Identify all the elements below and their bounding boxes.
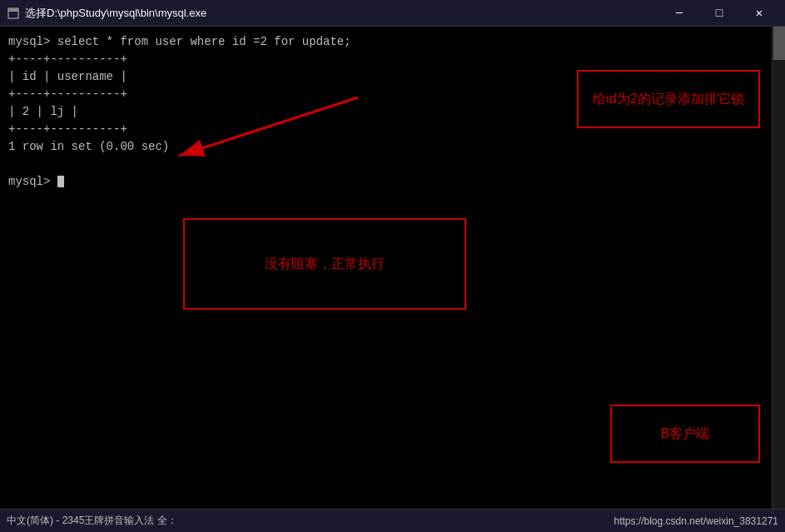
maximize-button[interactable]: □ <box>700 0 738 27</box>
mysql-prompt-1: mysql> <box>8 35 57 48</box>
annotation-bottom-text: B客户端 <box>661 424 710 444</box>
statusbar: 中文(简体) - 2345王牌拼音输入法 全： https://blog.csd… <box>0 509 785 532</box>
scrollbar-thumb[interactable] <box>773 27 785 60</box>
terminal-line-2: mysql> <box>8 173 777 191</box>
statusbar-right-text: https://blog.csdn.net/weixin_3831271 <box>614 515 778 527</box>
annotation-top-text: 给id为2的记录添加排它锁 <box>593 89 743 109</box>
window-title: 选择D:\phpStudy\mysql\bin\mysql.exe <box>25 6 660 21</box>
annotation-mid-text: 没有阻塞，正常执行 <box>265 254 385 274</box>
annotation-top: 给id为2的记录添加排它锁 <box>577 70 760 128</box>
annotation-bottom: B客户端 <box>610 405 760 463</box>
minimize-button[interactable]: ─ <box>660 0 698 27</box>
window-icon <box>7 7 20 20</box>
table-separator-top: +----+----------+ <box>8 51 777 68</box>
terminal-content: mysql> select * from user where id =2 fo… <box>0 27 785 509</box>
annotation-mid: 没有阻塞，正常执行 <box>183 218 466 310</box>
sql-command: select * from user where id =2 for updat… <box>57 35 351 48</box>
statusbar-left-text: 中文(简体) - 2345王牌拼音输入法 全： <box>7 514 614 528</box>
cursor <box>57 176 64 187</box>
mysql-prompt-2: mysql> <box>8 175 57 188</box>
close-button[interactable]: ✕ <box>740 0 778 27</box>
scrollbar[interactable] <box>772 27 785 509</box>
svg-rect-1 <box>8 8 18 12</box>
terminal-line-1: mysql> select * from user where id =2 fo… <box>8 33 777 51</box>
row-count-line: 1 row in set (0.00 sec) <box>8 138 777 156</box>
titlebar: 选择D:\phpStudy\mysql\bin\mysql.exe ─ □ ✕ <box>0 0 785 27</box>
window-controls: ─ □ ✕ <box>660 0 778 27</box>
